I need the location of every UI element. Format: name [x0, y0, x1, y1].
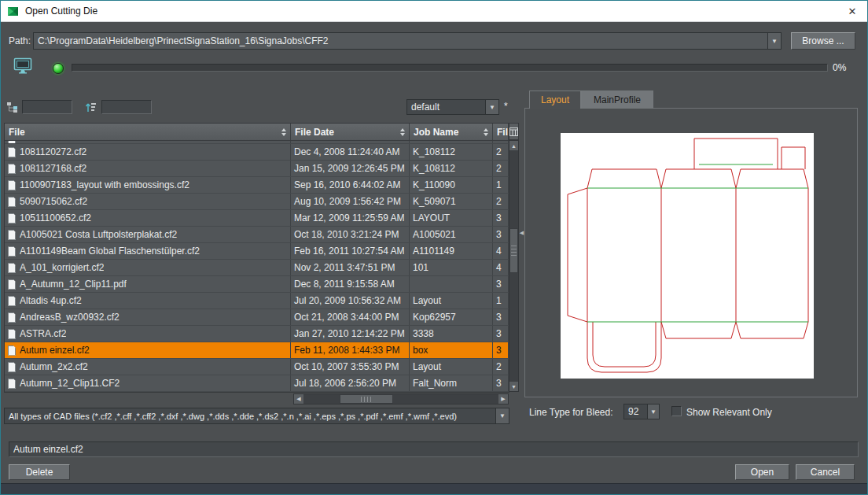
table-row[interactable]: Autumn_12_Clip11.CF2 Jul 18, 2006 2:56:2… — [5, 375, 509, 392]
job-name: Layout — [410, 359, 493, 375]
file-icon — [8, 263, 16, 273]
table-row[interactable]: 1100907183_layout with embossings.cf2 Se… — [5, 177, 509, 194]
job-name: Falt_Norm — [410, 375, 493, 391]
column-config-button[interactable] — [509, 123, 519, 140]
column-header-job-name[interactable]: Job Name — [410, 124, 493, 140]
path-value: C:\ProgramData\Heidelberg\PrinectSignaSt… — [34, 33, 767, 49]
path-dropdown-arrow-icon[interactable]: ▼ — [767, 33, 781, 49]
file-icon — [8, 141, 16, 143]
vertical-scrollbar[interactable]: ▲ ▼ — [509, 140, 519, 392]
job-name: 3338 — [410, 326, 493, 342]
file-icon — [8, 329, 16, 339]
table-row[interactable]: ASTRA.cf2 Jan 27, 2010 12:14:22 PM 3338 … — [5, 326, 509, 342]
delete-button[interactable]: Delete — [9, 464, 70, 480]
vertical-scrollbar-thumb[interactable] — [509, 228, 518, 273]
file-name: 10511100652.cf2 — [20, 212, 91, 223]
sort-indicator[interactable] — [400, 128, 405, 136]
file-filter-icon — [6, 100, 20, 114]
file-table: File File Date Job Name Fil 1081120272.c… — [4, 123, 509, 393]
file-table-header: File File Date Job Name Fil — [5, 124, 509, 141]
file-icon — [8, 279, 16, 290]
bleed-combobox[interactable]: 92 ▼ — [623, 404, 660, 419]
file-date: Dec 4, 2008 11:24:40 AM — [291, 144, 410, 160]
file-icon — [8, 362, 16, 372]
file-icon — [8, 246, 16, 257]
scroll-left-icon[interactable]: ◀ — [294, 394, 303, 404]
file-filter-input[interactable] — [22, 100, 72, 114]
column-header-files[interactable]: Fil — [493, 124, 509, 140]
table-row[interactable]: 1081127168.cf2 Jan 15, 2009 12:26:45 PM … — [5, 161, 509, 177]
filetype-dropdown-arrow-icon[interactable]: ▼ — [495, 408, 509, 423]
scroll-down-icon[interactable]: ▼ — [509, 382, 518, 391]
table-row[interactable]: 10511100652.cf2 Mar 12, 2009 11:25:59 AM… — [5, 210, 509, 227]
browse-button[interactable]: Browse ... — [791, 32, 855, 50]
file-date: Feb 11, 2008 1:44:33 PM — [291, 342, 410, 358]
filetype-combobox[interactable]: All types of CAD files (*.cf2 ,*.cff ,*.… — [4, 408, 509, 424]
job-name: 101 — [410, 260, 493, 275]
job-name: K_509071 — [410, 194, 493, 209]
monitor-icon — [13, 57, 34, 75]
table-row[interactable]: 1081120272.cf2 Dec 4, 2008 11:24:40 AM K… — [5, 144, 509, 161]
table-row[interactable]: A1101149Beam Global Flaschenstülper.cf2 … — [5, 243, 509, 260]
job-name: LAYOUT — [410, 210, 493, 226]
tab-layout[interactable]: Layout — [529, 91, 581, 109]
thumb-grip — [511, 246, 517, 257]
open-cutting-die-dialog: Open Cutting Die ✕ Path: C:\ProgramData\… — [0, 0, 868, 495]
table-row[interactable]: Autum einzel.cf2 Feb 11, 2008 1:44:33 PM… — [5, 342, 509, 359]
file-name: Altadis 4up.cf2 — [20, 295, 82, 306]
date-filter-input[interactable] — [101, 100, 152, 114]
files-count: 3 — [493, 342, 509, 358]
column-header-file[interactable]: File — [5, 124, 291, 140]
bottom-strip — [1, 483, 867, 494]
table-row[interactable]: AndreasB_wz00932.cf2 Oct 21, 2008 3:44:0… — [5, 309, 509, 326]
horizontal-scrollbar[interactable]: ◀ ▶ — [293, 393, 509, 404]
file-date: Oct 21, 2008 3:44:00 PM — [291, 309, 410, 325]
file-date: Feb 16, 2011 10:27:54 AM — [291, 243, 410, 259]
path-combobox[interactable]: C:\ProgramData\Heidelberg\PrinectSignaSt… — [33, 32, 782, 50]
file-name: A_101_korrigiert.cf2 — [20, 262, 104, 273]
bleed-dropdown-arrow-icon[interactable]: ▼ — [647, 404, 659, 419]
app-icon — [7, 6, 19, 17]
file-date: Nov 2, 2011 3:47:51 PM — [291, 260, 410, 275]
file-icon — [8, 180, 16, 190]
cancel-button[interactable]: Cancel — [796, 464, 855, 480]
thumb-grip — [361, 397, 372, 402]
table-row[interactable]: Autumn_2x2.cf2 Oct 10, 2007 3:55:30 PM L… — [5, 359, 509, 375]
window-title: Open Cutting Die — [25, 6, 97, 17]
job-name — [410, 141, 493, 143]
table-row[interactable]: 5090715062.cf2 Aug 10, 2009 1:56:42 PM K… — [5, 194, 509, 210]
file-name: 1081127168.cf2 — [20, 163, 86, 174]
file-name: A1005021 Costa Luftpolsterplakat.cf2 — [20, 229, 177, 240]
preset-combobox[interactable]: default ▼ — [406, 99, 499, 115]
column-header-file-date[interactable]: File Date — [291, 124, 410, 140]
job-name: K_108112 — [410, 144, 493, 160]
table-row[interactable]: A_101_korrigiert.cf2 Nov 2, 2011 3:47:51… — [5, 260, 509, 276]
files-count: 3 — [493, 276, 509, 292]
preset-modified-marker: * — [504, 101, 508, 112]
file-name: Autumn_2x2.cf2 — [20, 361, 88, 372]
die-preview — [561, 133, 814, 379]
scroll-up-icon[interactable]: ▲ — [509, 141, 518, 150]
tab-mainprofile[interactable]: MainProfile — [581, 91, 653, 109]
preset-dropdown-arrow-icon[interactable]: ▼ — [485, 100, 498, 114]
filename-input[interactable] — [9, 441, 859, 457]
file-icon — [8, 147, 16, 157]
files-count: 2 — [493, 144, 509, 160]
table-row[interactable]: Altadis 4up.cf2 Jul 20, 2009 10:56:32 AM… — [5, 293, 509, 309]
horizontal-scrollbar-thumb[interactable] — [340, 394, 393, 404]
splitter-handle[interactable]: ◀ — [519, 227, 524, 239]
sort-indicator[interactable] — [484, 128, 488, 136]
open-button[interactable]: Open — [735, 464, 789, 480]
bleed-label: Line Type for Bleed: — [529, 407, 613, 418]
sort-indicator[interactable] — [281, 128, 286, 136]
show-relevant-checkbox[interactable] — [671, 406, 682, 416]
scroll-right-icon[interactable]: ▶ — [498, 394, 508, 404]
table-row[interactable]: A1005021 Costa Luftpolsterplakat.cf2 Oct… — [5, 227, 509, 243]
rescan-button[interactable] — [12, 56, 35, 76]
close-button[interactable]: ✕ — [837, 1, 867, 21]
table-row[interactable]: A_Autumn_12_Clip11.pdf Dec 8, 2011 9:15:… — [5, 276, 509, 293]
files-count: 4 — [493, 243, 509, 259]
status-led — [53, 63, 64, 74]
file-table-body: 1081120272.cf2 Dec 4, 2008 11:24:40 AM K… — [5, 141, 509, 392]
files-count: 4 — [493, 260, 509, 275]
